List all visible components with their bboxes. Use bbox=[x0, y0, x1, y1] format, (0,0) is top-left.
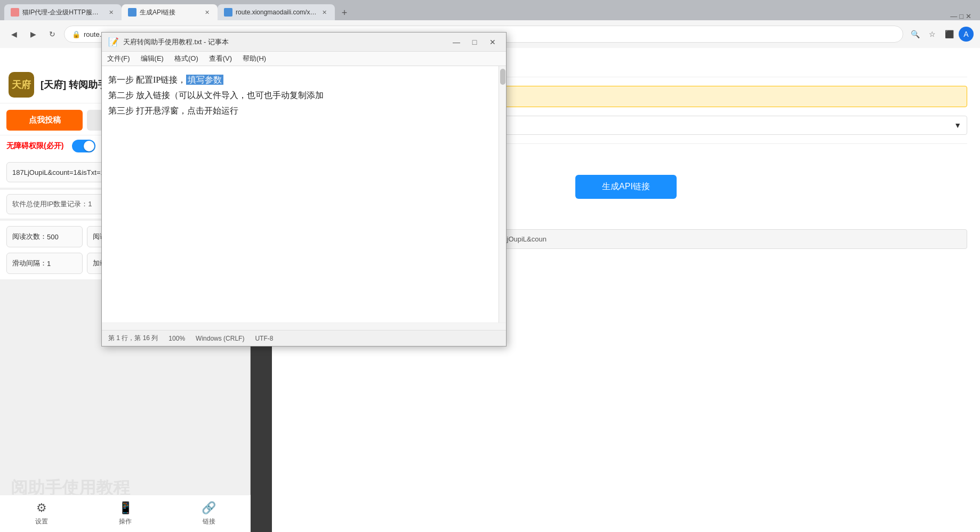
toggle1[interactable] bbox=[72, 140, 95, 152]
zoom-button[interactable]: 🔍 bbox=[907, 27, 922, 42]
notepad-cursor-pos: 第 1 行，第 16 列 bbox=[108, 334, 158, 343]
notepad-line1: 第一步 配置IP链接，填写参数 bbox=[108, 72, 492, 88]
menu-format[interactable]: 格式(O) bbox=[169, 52, 204, 66]
app-logo: 天府 bbox=[9, 72, 34, 98]
tab-2-close[interactable]: ✕ bbox=[203, 8, 211, 17]
notepad-maximize[interactable]: □ bbox=[468, 35, 481, 49]
refresh-button[interactable]: ↻ bbox=[45, 27, 60, 42]
nav-operate[interactable]: 📱 操作 bbox=[84, 495, 167, 532]
minimize-button[interactable]: — bbox=[950, 12, 957, 20]
notepad-line-ending: Windows (CRLF) bbox=[196, 335, 244, 342]
tab-3-close[interactable]: ✕ bbox=[320, 8, 328, 17]
menu-file[interactable]: 文件(F) bbox=[102, 52, 135, 66]
notepad-hscroll[interactable] bbox=[102, 323, 506, 330]
scroll-interval-box[interactable]: 滑动间隔： 1 bbox=[6, 253, 83, 274]
nav-icons: 🔍 ☆ ⬛ A bbox=[907, 27, 974, 42]
notepad-highlight: 填写参数 bbox=[186, 75, 223, 85]
maximize-button[interactable]: □ bbox=[959, 12, 963, 20]
nav-settings[interactable]: ⚙ 设置 bbox=[0, 495, 84, 532]
tab-3-icon bbox=[224, 8, 232, 17]
notepad-footer: 第 1 行，第 16 列 100% Windows (CRLF) UTF-8 bbox=[102, 330, 506, 346]
post-button[interactable]: 点我投稿 bbox=[6, 110, 83, 131]
dropdown-chevron-icon: ▼ bbox=[954, 121, 961, 130]
extension-button[interactable]: ⬛ bbox=[942, 27, 957, 42]
toggle1-label: 无障碍权限(必开) bbox=[6, 141, 63, 151]
menu-help[interactable]: 帮助(H) bbox=[237, 52, 271, 66]
tab-2-icon bbox=[128, 8, 136, 17]
tab-2[interactable]: 生成API链接 ✕ bbox=[122, 4, 218, 20]
new-tab-button[interactable]: + bbox=[337, 5, 352, 20]
tab-1-close[interactable]: ✕ bbox=[107, 8, 115, 17]
tab-3-title: route.xiongmaodaili.com/xion... bbox=[236, 9, 317, 16]
operate-icon: 📱 bbox=[118, 501, 133, 515]
toggle1-thumb bbox=[84, 141, 94, 151]
settings-icon: ⚙ bbox=[36, 501, 47, 515]
notepad-body[interactable]: 第一步 配置IP链接，填写参数 第二步 放入链接（可以从文件导入，也可也手动复制… bbox=[102, 66, 499, 323]
notepad-line2: 第二步 放入链接（可以从文件导入，也可也手动复制添加 bbox=[108, 88, 492, 103]
tab-2-title: 生成API链接 bbox=[140, 8, 199, 17]
tab-1[interactable]: 猫IP代理-企业级HTTP服务提供... ✕ bbox=[4, 4, 122, 20]
notepad-window: 📝 天府转阅助手使用教程.txt - 记事本 — □ ✕ 文件(F) 编辑(E)… bbox=[101, 32, 507, 346]
notepad-title: 天府转阅助手使用教程.txt - 记事本 bbox=[123, 37, 445, 47]
tab-bar: 猫IP代理-企业级HTTP服务提供... ✕ 生成API链接 ✕ route.x… bbox=[0, 0, 980, 20]
link-icon: 🔗 bbox=[202, 501, 216, 515]
bottom-nav: ⚙ 设置 📱 操作 🔗 链接 bbox=[0, 495, 251, 532]
forward-button[interactable]: ▶ bbox=[26, 27, 41, 42]
profile-button[interactable]: A bbox=[959, 27, 974, 42]
generate-api-button[interactable]: 生成API链接 bbox=[575, 175, 677, 199]
tab-3[interactable]: route.xiongmaodaili.com/xion... ✕ bbox=[218, 4, 335, 20]
notepad-scroll-thumb bbox=[500, 69, 505, 85]
notepad-close[interactable]: ✕ bbox=[486, 35, 500, 49]
notepad-line3: 第三步 打开悬浮窗，点击开始运行 bbox=[108, 103, 492, 119]
close-button[interactable]: ✕ bbox=[966, 12, 971, 20]
menu-view[interactable]: 查看(V) bbox=[204, 52, 237, 66]
menu-edit[interactable]: 编辑(E) bbox=[135, 52, 169, 66]
bookmark-button[interactable]: ☆ bbox=[925, 27, 939, 42]
tab-1-title: 猫IP代理-企业级HTTP服务提供... bbox=[22, 8, 103, 17]
nav-link[interactable]: 🔗 链接 bbox=[167, 495, 251, 532]
read-count-box[interactable]: 阅读次数： 500 bbox=[6, 226, 83, 247]
tab-1-icon bbox=[11, 8, 19, 17]
notepad-minimize[interactable]: — bbox=[449, 35, 463, 49]
notepad-zoom: 100% bbox=[168, 335, 185, 342]
notepad-menu: 文件(F) 编辑(E) 格式(O) 查看(V) 帮助(H) bbox=[102, 52, 506, 66]
notepad-title-bar: 📝 天府转阅助手使用教程.txt - 记事本 — □ ✕ bbox=[102, 33, 506, 52]
notepad-icon: 📝 bbox=[108, 37, 119, 47]
notepad-charset: UTF-8 bbox=[255, 335, 273, 342]
notepad-scrollbar[interactable] bbox=[499, 66, 506, 323]
back-button[interactable]: ◀ bbox=[6, 27, 21, 42]
hscroll-corner bbox=[499, 323, 506, 331]
